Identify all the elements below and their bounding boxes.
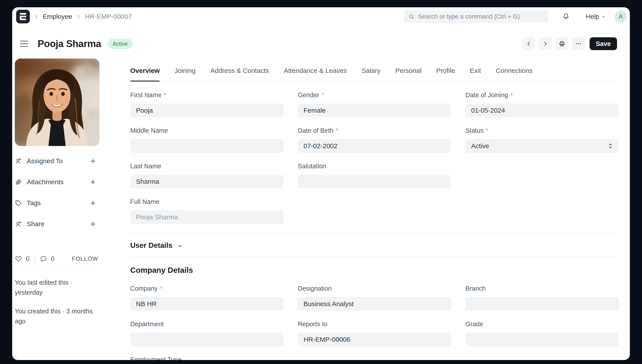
user-details-heading: User Details — [130, 241, 172, 250]
designation-input[interactable]: Business Analyst — [298, 297, 451, 311]
section-divider — [130, 256, 619, 257]
status-badge: Active — [108, 39, 132, 49]
last-name-input[interactable]: Sharma — [130, 175, 284, 188]
app-logo[interactable] — [16, 10, 30, 24]
next-record-button[interactable] — [539, 37, 552, 50]
field-employment-type: Employment Type — [130, 356, 284, 360]
section-divider — [130, 233, 619, 233]
tab-overview[interactable]: Overview — [130, 60, 160, 81]
field-label: First Name — [130, 92, 162, 99]
tab-salary[interactable]: Salary — [362, 60, 381, 81]
status-value: Active — [471, 142, 489, 150]
breadcrumb-record-id: HR-EMP-00007 — [85, 13, 132, 20]
sidebar-item-label: Tags — [27, 199, 41, 207]
field-label: Salutation — [298, 162, 326, 170]
sidebar-item-share[interactable]: Share + — [15, 218, 100, 230]
help-menu[interactable]: Help — [586, 13, 606, 20]
tab-attendance-leaves[interactable]: Attendance & Leaves — [284, 60, 347, 81]
field-full-name: Full Name Pooja Sharma — [130, 198, 284, 224]
user-avatar[interactable]: A — [614, 10, 627, 23]
record-sidebar: Assigned To + Attachments + Tags + — [15, 58, 100, 326]
sidebar-item-assigned-to[interactable]: Assigned To + — [15, 155, 100, 167]
tab-exit[interactable]: Exit — [470, 60, 481, 81]
field-label: Date of Joining — [465, 92, 508, 99]
field-status: Status* Active — [465, 127, 619, 153]
chevron-down-icon — [177, 243, 183, 249]
first-name-input[interactable]: Pooja — [130, 104, 284, 117]
sidebar-item-attachments[interactable]: Attachments + — [15, 176, 100, 188]
field-date-of-birth: Date of Birth* 07-02-2002 — [298, 127, 451, 153]
field-date-of-joining: Date of Joining* 01-05-2024 — [465, 92, 619, 117]
field-label: Reports to — [298, 320, 328, 328]
more-options-button[interactable] — [572, 37, 585, 50]
gender-input[interactable]: Female — [298, 104, 451, 117]
breadcrumb-employee[interactable]: Employee — [43, 13, 72, 20]
heart-icon[interactable] — [15, 255, 22, 262]
required-marker: * — [322, 92, 324, 99]
salutation-input[interactable] — [298, 175, 451, 188]
field-department: Department — [130, 320, 284, 346]
branch-input[interactable] — [465, 297, 619, 311]
form-area: Overview Joining Address & Contacts Atte… — [130, 60, 619, 360]
overview-fields-grid: First Name* Pooja Gender* Female Date of… — [130, 92, 619, 224]
required-marker: * — [164, 92, 166, 99]
share-button[interactable]: + — [90, 220, 96, 228]
field-gender: Gender* Female — [298, 92, 451, 117]
tab-address-contacts[interactable]: Address & Contacts — [210, 60, 269, 81]
required-marker: * — [486, 127, 488, 134]
department-input[interactable] — [130, 333, 284, 346]
sidebar-item-tags[interactable]: Tags + — [15, 197, 100, 209]
comment-icon[interactable] — [40, 255, 47, 262]
field-label: Last Name — [130, 162, 161, 170]
user-details-section-toggle[interactable]: User Details — [130, 241, 619, 250]
status-select[interactable]: Active — [465, 139, 619, 153]
tag-icon — [15, 200, 22, 206]
grade-input[interactable] — [465, 333, 619, 346]
previous-record-button[interactable] — [522, 37, 535, 50]
field-label: Branch — [465, 285, 486, 292]
select-chevrons-icon — [608, 143, 613, 149]
user-plus-icon — [15, 158, 22, 164]
company-input[interactable]: NB HR — [130, 297, 284, 311]
field-designation: Designation Business Analyst — [298, 285, 451, 311]
app-window: Employee HR-EMP-00007 Help — [12, 7, 630, 360]
sidebar-menu: Assigned To + Attachments + Tags + — [15, 155, 100, 230]
search-input[interactable] — [418, 13, 544, 20]
navbar-divider — [578, 12, 578, 22]
tab-profile[interactable]: Profile — [436, 60, 455, 81]
printer-icon — [559, 40, 565, 47]
add-tag-button[interactable]: + — [90, 198, 96, 208]
tab-connections[interactable]: Connections — [496, 60, 533, 81]
follow-button[interactable]: FOLLOW — [72, 255, 98, 262]
save-button[interactable]: Save — [590, 37, 617, 50]
ellipsis-icon — [575, 40, 582, 47]
sidebar-toggle-icon[interactable] — [20, 41, 28, 47]
notifications-bell-icon[interactable] — [562, 12, 570, 20]
comments-count: 0 — [51, 255, 55, 262]
print-button[interactable] — [556, 37, 568, 50]
date-of-birth-input[interactable]: 07-02-2002 — [298, 139, 451, 153]
field-label: Middle Name — [130, 127, 168, 134]
middle-name-input[interactable] — [130, 139, 284, 153]
add-assignment-button[interactable]: + — [90, 156, 96, 166]
employee-photo[interactable] — [15, 58, 100, 146]
sidebar-item-label: Attachments — [27, 178, 64, 186]
required-marker: * — [160, 285, 162, 292]
chevron-left-icon — [526, 41, 532, 46]
field-label: Department — [130, 320, 164, 328]
reports-to-input[interactable]: HR-EMP-00006 — [298, 333, 451, 346]
field-label: Employment Type — [130, 356, 181, 360]
top-navbar: Employee HR-EMP-00007 Help — [12, 7, 630, 26]
chevron-down-icon — [601, 14, 606, 19]
sidebar-item-label: Share — [27, 220, 45, 228]
tab-personal[interactable]: Personal — [395, 60, 421, 81]
field-reports-to: Reports to HR-EMP-00006 — [298, 320, 451, 346]
paperclip-icon — [15, 178, 22, 186]
global-search[interactable] — [404, 10, 548, 23]
field-label: Status — [465, 127, 483, 134]
date-of-joining-input[interactable]: 01-05-2024 — [465, 104, 619, 117]
page-title: Pooja Sharma — [38, 38, 101, 49]
field-company: Company* NB HR — [130, 285, 284, 311]
add-attachment-button[interactable]: + — [90, 178, 96, 186]
tab-joining[interactable]: Joining — [174, 60, 195, 81]
